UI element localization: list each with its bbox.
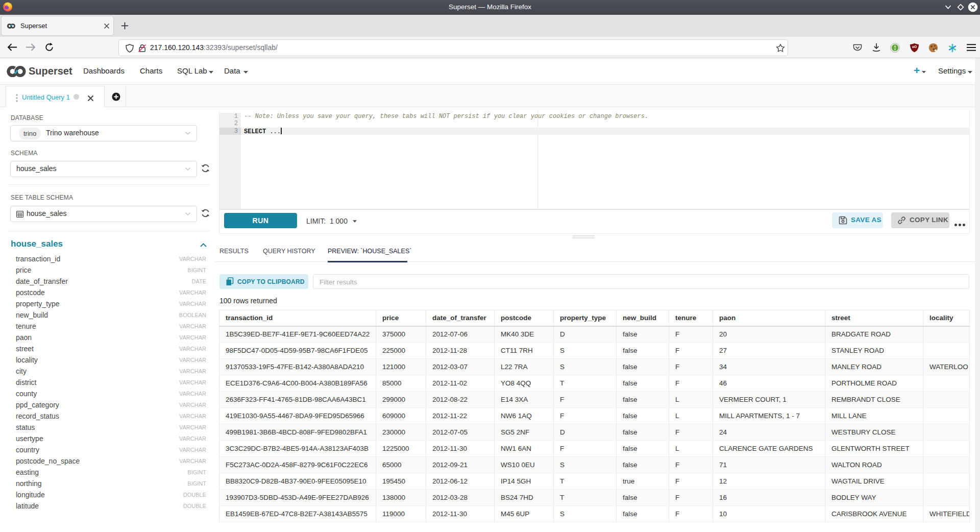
svg-text:uO: uO	[912, 45, 917, 49]
